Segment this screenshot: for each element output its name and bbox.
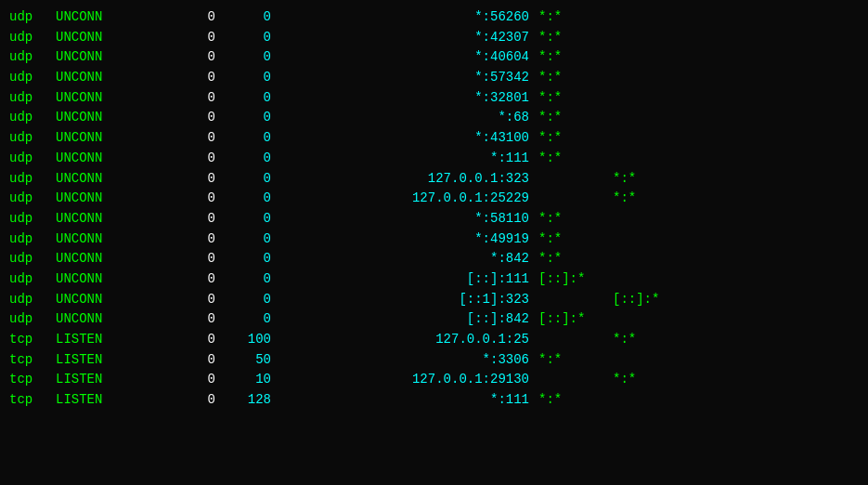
col-recvq: 0 (167, 249, 223, 269)
col-sendq: 100 (223, 330, 279, 350)
col-state: UNCONN (56, 149, 167, 169)
col-state: UNCONN (56, 309, 167, 330)
col-recvq: 0 (167, 7, 223, 28)
col-peer: *:* (538, 370, 636, 390)
col-state: UNCONN (56, 47, 167, 68)
col-local: [::]:842 (279, 309, 538, 330)
col-local: *:40604 (279, 47, 538, 68)
col-netid: udp (9, 249, 56, 269)
col-recvq: 0 (167, 108, 223, 128)
col-peer: *:* (538, 108, 562, 128)
col-sendq: 0 (223, 128, 279, 149)
col-state: LISTEN (56, 370, 167, 390)
table-row: udpUNCONN00*:68*:* (9, 108, 859, 128)
col-state: UNCONN (56, 249, 167, 269)
col-recvq: 0 (167, 169, 223, 190)
col-recvq: 0 (167, 189, 223, 209)
col-peer: [::]:* (538, 309, 585, 330)
col-peer: *:* (538, 88, 562, 109)
col-peer: *:* (538, 390, 562, 411)
table-row: tcpLISTEN0100127.0.0.1:25*:* (9, 330, 859, 350)
col-sendq: 0 (223, 269, 279, 290)
table-row: udpUNCONN00*:842*:* (9, 249, 859, 269)
col-local: [::1]:323 (279, 290, 538, 310)
table-row: tcpLISTEN010127.0.0.1:29130*:* (9, 370, 859, 390)
table-row: udpUNCONN00*:56260*:* (9, 7, 859, 28)
col-state: UNCONN (56, 229, 167, 250)
col-state: LISTEN (56, 330, 167, 350)
col-recvq: 0 (167, 68, 223, 88)
col-netid: udp (9, 189, 56, 209)
col-recvq: 0 (167, 330, 223, 350)
col-state: UNCONN (56, 28, 167, 48)
table-row: udpUNCONN00*:49919*:* (9, 229, 859, 250)
col-peer: *:* (538, 68, 562, 88)
col-netid: tcp (9, 350, 56, 371)
col-local: [::]:111 (279, 269, 538, 290)
col-netid: udp (9, 7, 56, 28)
col-netid: udp (9, 169, 56, 190)
col-recvq: 0 (167, 269, 223, 290)
col-sendq: 0 (223, 209, 279, 229)
col-netid: udp (9, 269, 56, 290)
col-sendq: 0 (223, 309, 279, 330)
col-local: 127.0.0.1:29130 (279, 370, 538, 390)
table-row: udpUNCONN00[::1]:323[::]:* (9, 290, 859, 310)
col-local: 127.0.0.1:25229 (279, 189, 538, 209)
col-peer: *:* (538, 128, 562, 149)
col-local: *:56260 (279, 7, 538, 28)
col-state: LISTEN (56, 390, 167, 411)
table-row: udpUNCONN00*:32801*:* (9, 88, 859, 109)
col-peer: *:* (538, 189, 636, 209)
col-peer: *:* (538, 229, 562, 250)
col-state: UNCONN (56, 88, 167, 109)
col-sendq: 0 (223, 149, 279, 169)
col-peer: *:* (538, 169, 636, 190)
col-recvq: 0 (167, 309, 223, 330)
col-netid: udp (9, 108, 56, 128)
table-row: tcpLISTEN0128*:111*:* (9, 390, 859, 411)
table-row: udpUNCONN00*:42307*:* (9, 28, 859, 48)
terminal: udpUNCONN00*:56260*:*udpUNCONN00*:42307*… (0, 0, 868, 485)
col-sendq: 0 (223, 47, 279, 68)
col-sendq: 0 (223, 290, 279, 310)
col-netid: tcp (9, 390, 56, 411)
col-sendq: 0 (223, 7, 279, 28)
col-recvq: 0 (167, 149, 223, 169)
table-row: udpUNCONN00*:43100*:* (9, 128, 859, 149)
col-local: *:111 (279, 149, 538, 169)
col-sendq: 128 (223, 390, 279, 411)
col-local: *:43100 (279, 128, 538, 149)
col-sendq: 0 (223, 68, 279, 88)
table-row: udpUNCONN00*:57342*:* (9, 68, 859, 88)
col-netid: udp (9, 229, 56, 250)
col-state: UNCONN (56, 269, 167, 290)
col-peer: *:* (538, 350, 562, 371)
col-local: *:49919 (279, 229, 538, 250)
col-netid: udp (9, 68, 56, 88)
col-recvq: 0 (167, 47, 223, 68)
col-peer: [::]:* (538, 269, 585, 290)
col-peer: *:* (538, 330, 636, 350)
col-peer: *:* (538, 249, 562, 269)
col-peer: *:* (538, 149, 562, 169)
col-state: LISTEN (56, 350, 167, 371)
col-sendq: 0 (223, 169, 279, 190)
col-local: *:111 (279, 390, 538, 411)
col-netid: udp (9, 47, 56, 68)
col-recvq: 0 (167, 370, 223, 390)
col-peer: *:* (538, 209, 562, 229)
col-peer: *:* (538, 28, 562, 48)
col-local: *:842 (279, 249, 538, 269)
col-sendq: 0 (223, 249, 279, 269)
col-local: 127.0.0.1:25 (279, 330, 538, 350)
col-state: UNCONN (56, 68, 167, 88)
table-row: udpUNCONN00*:58110*:* (9, 209, 859, 229)
col-state: UNCONN (56, 189, 167, 209)
col-recvq: 0 (167, 88, 223, 109)
table-row: udpUNCONN00*:40604*:* (9, 47, 859, 68)
col-netid: udp (9, 149, 56, 169)
table-row: udpUNCONN00[::]:111[::]:* (9, 269, 859, 290)
table-row: tcpLISTEN050*:3306*:* (9, 350, 859, 371)
col-local: *:32801 (279, 88, 538, 109)
